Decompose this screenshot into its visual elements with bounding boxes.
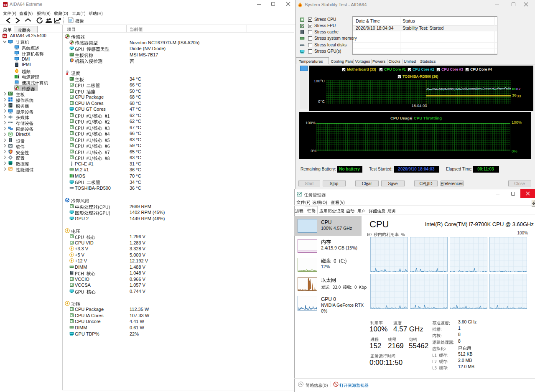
svg-text:64: 64 (3, 3, 7, 6)
svg-text:64: 64 (3, 35, 6, 38)
